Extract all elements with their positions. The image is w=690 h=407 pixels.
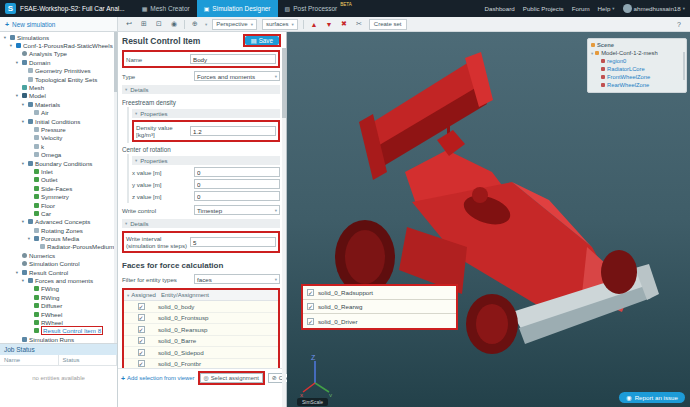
name-input[interactable] <box>190 54 276 64</box>
properties-section-header[interactable]: ▾Properties <box>132 109 280 118</box>
chevron-down-icon[interactable]: ▾ <box>591 51 593 56</box>
tree-item-initial-conditions[interactable]: ▾Initial Conditions <box>0 117 117 125</box>
tree-item-model[interactable]: ▾Model <box>0 92 117 100</box>
type-select[interactable]: Forces and moments▾ <box>194 71 280 81</box>
chevron-down-icon[interactable]: ▾ <box>127 293 129 298</box>
tree-expand-icon[interactable]: ▾ <box>14 60 20 65</box>
tree-item-mesh[interactable]: Mesh <box>0 83 117 91</box>
undo-icon[interactable] <box>124 20 134 28</box>
tree-item-analysis-type[interactable]: Analysis Type <box>0 50 117 58</box>
entity-filter-select[interactable]: faces▾ <box>194 274 280 284</box>
cutting-plane-icon[interactable] <box>354 20 364 28</box>
chevron-down-icon[interactable]: ▾ <box>205 22 207 27</box>
scene-item-frontwheelzone[interactable]: FrontWheelZone <box>591 73 683 81</box>
scene-item-rearwheelzone[interactable]: RearWheelZone <box>591 81 683 89</box>
overlay-row[interactable]: ✓solid_0_Radsupport <box>303 286 456 300</box>
overlay-checkbox[interactable]: ✓ <box>307 289 314 296</box>
projection-select[interactable]: Perspective▾ <box>212 19 257 30</box>
tree-item-forces-and-moments[interactable]: ▾Forces and moments <box>0 276 117 284</box>
sidebar-scrollbar[interactable] <box>114 32 117 343</box>
write-control-select[interactable]: Timestep▾ <box>194 205 280 215</box>
clear-highlight-icon[interactable] <box>339 20 349 28</box>
assignment-row[interactable]: ✓solid_0_Frontsusp <box>124 313 278 325</box>
tree-item-k[interactable]: k <box>0 142 117 150</box>
tree-item-domain[interactable]: ▾Domain <box>0 58 117 66</box>
nav-dashboard[interactable]: Dashboard <box>484 5 514 12</box>
overlay-row[interactable]: ✓solid_0_Driver <box>303 314 456 328</box>
fit-view-icon[interactable] <box>139 20 149 28</box>
density-input[interactable] <box>190 126 276 136</box>
tree-item-outlet[interactable]: Outlet <box>0 176 117 184</box>
write-interval-input[interactable] <box>190 237 276 247</box>
tree-item-omega[interactable]: Omega <box>0 150 117 158</box>
assigned-checkbox[interactable]: ✓ <box>138 303 145 310</box>
assigned-checkbox[interactable]: ✓ <box>138 360 145 367</box>
scene-root-label[interactable]: Model-Conf-1-2-mesh <box>601 50 657 56</box>
tree-item-fwing[interactable]: FWing <box>0 285 117 293</box>
scrollbar-thumb[interactable] <box>114 32 117 92</box>
overlay-checkbox[interactable]: ✓ <box>307 303 314 310</box>
report-issue-button[interactable]: Report an issue <box>619 392 685 403</box>
tree-expand-icon[interactable]: ▾ <box>8 43 14 48</box>
panel-scrollbar[interactable] <box>282 48 286 407</box>
z-value-input[interactable] <box>194 191 280 201</box>
tree-expand-icon[interactable]: ▾ <box>2 35 8 40</box>
tree-item-symmetry[interactable]: Symmetry <box>0 192 117 200</box>
x-value-input[interactable] <box>194 167 280 177</box>
scrollbar-thumb[interactable] <box>282 48 286 118</box>
new-simulation-button[interactable]: + New simulation <box>0 17 118 31</box>
tree-item-floor[interactable]: Floor <box>0 201 117 209</box>
assigned-checkbox[interactable]: ✓ <box>138 349 145 356</box>
tree-item-inlet[interactable]: Inlet <box>0 167 117 175</box>
assigned-checkbox[interactable]: ✓ <box>138 326 145 333</box>
tree-item-rwing[interactable]: RWing <box>0 293 117 301</box>
tree-item-car[interactable]: Car <box>0 209 117 217</box>
job-status-title[interactable]: Job Status <box>0 344 117 355</box>
add-selection-button[interactable]: +Add selection from viewer <box>121 375 195 382</box>
assignment-row[interactable]: ✓solid_0_Frontbr <box>124 359 278 369</box>
scene-scrollbar[interactable] <box>683 52 685 80</box>
tree-item-simulations[interactable]: ▾Simulations <box>0 33 117 41</box>
select-assignment-button[interactable]: Select assignment <box>200 373 263 383</box>
tab-simulation-designer[interactable]: Simulation Designer <box>197 0 278 17</box>
tree-item-air[interactable]: Air <box>0 109 117 117</box>
tree-item-topological-entity-sets[interactable]: Topological Entity Sets <box>0 75 117 83</box>
assignment-row[interactable]: ✓solid_0_Barre <box>124 336 278 348</box>
assignment-row[interactable]: ✓solid_0_Rearsusp <box>124 324 278 336</box>
overlay-row[interactable]: ✓solid_0_Rearwg <box>303 300 456 314</box>
overlay-checkbox[interactable]: ✓ <box>307 318 314 325</box>
tree-item-result-control-item-8[interactable]: Result Control Item 8 <box>0 327 117 335</box>
add-icon[interactable] <box>190 20 200 28</box>
tree-expand-icon[interactable]: ▾ <box>20 219 26 224</box>
tree-item-result-control[interactable]: ▾Result Control <box>0 268 117 276</box>
highlight-faces-icon[interactable] <box>309 21 319 28</box>
scene-item-radiatorlcore[interactable]: RadiatorLCore <box>591 65 683 73</box>
details-section-header[interactable]: ▾Details <box>122 219 280 228</box>
tree-expand-icon[interactable]: ▾ <box>20 102 26 107</box>
highlight-volumes-icon[interactable] <box>324 21 334 28</box>
tab-mesh-creator[interactable]: Mesh Creator <box>135 0 197 17</box>
tree-expand-icon[interactable]: ▾ <box>20 119 26 124</box>
tree-item-side-faces[interactable]: Side-Faces <box>0 184 117 192</box>
tree-item-fwheel[interactable]: FWheel <box>0 310 117 318</box>
tree-expand-icon[interactable]: ▾ <box>20 278 26 283</box>
tree-item-geometry-primitives[interactable]: Geometry Primitives <box>0 67 117 75</box>
viewport[interactable]: Scene ▾Model-Conf-1-2-mesh region0Radiat… <box>287 32 690 407</box>
tree-item-simulation-control[interactable]: Simulation Control <box>0 260 117 268</box>
user-menu[interactable]: ahmedhussain18▾ <box>623 4 685 13</box>
tree-item-simulation-runs[interactable]: Simulation Runs <box>0 335 117 343</box>
nav-help[interactable]: Help▾ <box>598 5 615 12</box>
assignment-row[interactable]: ✓solid_0_Sidepod <box>124 347 278 359</box>
tree-item-velocity[interactable]: Velocity <box>0 134 117 142</box>
tree-item-materials[interactable]: ▾Materials <box>0 100 117 108</box>
tab-post-processor[interactable]: Post ProcessorBETA <box>278 0 359 17</box>
tree-item-conf-1-porousrad-staticwheels[interactable]: ▾Conf-1-PorousRad-StaticWheels <box>0 41 117 49</box>
tree-item-radiator-porousmedium[interactable]: Radiator-PorousMedium <box>0 243 117 251</box>
simscale-logo[interactable]: S <box>5 3 16 14</box>
assignment-row[interactable]: ✓solid_0_body <box>124 301 278 313</box>
tree-expand-icon[interactable]: ▾ <box>20 161 26 166</box>
tree-expand-icon[interactable]: ▾ <box>26 236 32 241</box>
nav-forum[interactable]: Forum <box>572 5 590 12</box>
tree-item-boundary-conditions[interactable]: ▾Boundary Conditions <box>0 159 117 167</box>
orientation-axes[interactable]: Z y x <box>299 353 335 397</box>
